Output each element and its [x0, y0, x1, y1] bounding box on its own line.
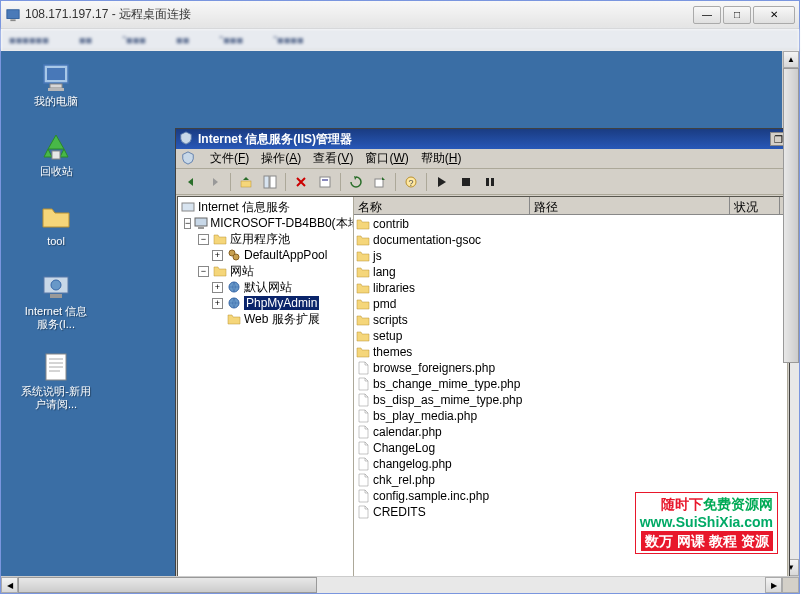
export-button[interactable]: [369, 171, 391, 193]
iis-sysmenu-icon[interactable]: [180, 151, 198, 167]
list-item[interactable]: scripts: [355, 312, 786, 328]
scroll-thumb[interactable]: [18, 577, 317, 593]
folder-icon: [355, 233, 371, 247]
tree-computer[interactable]: − MICROSOFT-DB4BB0(本地计: [180, 215, 351, 231]
svg-rect-0: [7, 9, 19, 18]
list-item[interactable]: libraries: [355, 280, 786, 296]
item-name: libraries: [373, 281, 415, 295]
desktop-icon-label: 系统说明-新用户请阅...: [21, 385, 91, 411]
show-tree-button[interactable]: [259, 171, 281, 193]
menu-v[interactable]: 查看(V): [307, 149, 359, 167]
list-item[interactable]: js: [355, 248, 786, 264]
list-item[interactable]: lang: [355, 264, 786, 280]
stop-button[interactable]: [455, 171, 477, 193]
svg-text:?: ?: [408, 178, 413, 188]
minimize-button[interactable]: —: [693, 6, 721, 24]
maximize-button[interactable]: □: [723, 6, 751, 24]
column-header[interactable]: 路径: [530, 197, 730, 214]
svg-rect-23: [462, 178, 470, 186]
desktop-icon-recycle[interactable]: 回收站: [21, 131, 91, 178]
window-controls: — □ ✕: [693, 6, 795, 24]
tree-phpmyadmin[interactable]: + PhpMyAdmin: [180, 295, 351, 311]
column-header[interactable]: 状况: [730, 197, 780, 214]
list-item[interactable]: browse_foreigners.php: [355, 360, 786, 376]
file-icon: [355, 425, 371, 439]
folder-icon: [355, 329, 371, 343]
text-icon: [40, 351, 72, 383]
desktop-icon-text[interactable]: 系统说明-新用户请阅...: [21, 351, 91, 411]
list-item[interactable]: chk_rel.php: [355, 472, 786, 488]
properties-button[interactable]: [314, 171, 336, 193]
column-header[interactable]: 名称: [354, 197, 530, 214]
svg-rect-26: [182, 203, 194, 211]
expand-icon[interactable]: +: [212, 250, 223, 261]
iis-icon: [40, 271, 72, 303]
desktop-icon-computer[interactable]: 我的电脑: [21, 61, 91, 108]
list-item[interactable]: documentation-gsoc: [355, 232, 786, 248]
folder-icon: [355, 217, 371, 231]
back-button[interactable]: [180, 171, 202, 193]
list-item[interactable]: bs_disp_as_mime_type.php: [355, 392, 786, 408]
scroll-up-button[interactable]: ▲: [783, 51, 799, 68]
folder-icon: [40, 201, 72, 233]
desktop-icon-folder[interactable]: tool: [21, 201, 91, 248]
expand-icon[interactable]: −: [198, 266, 209, 277]
svg-rect-18: [320, 177, 330, 187]
up-button[interactable]: [235, 171, 257, 193]
scroll-thumb[interactable]: [783, 68, 799, 363]
desktop-icon-iis[interactable]: Internet 信息服务(I...: [21, 271, 91, 331]
pause-button[interactable]: [479, 171, 501, 193]
list-item[interactable]: bs_play_media.php: [355, 408, 786, 424]
menu-f[interactable]: 文件(F): [204, 149, 255, 167]
globe-icon: [226, 280, 242, 294]
expand-icon[interactable]: +: [212, 298, 223, 309]
blurred-toolbar: ■■■■■■■■"■■■■■"■■■"■■■■: [1, 29, 799, 51]
tree-web-extensions[interactable]: Web 服务扩展: [180, 311, 351, 327]
tree-app-pools[interactable]: − 应用程序池: [180, 231, 351, 247]
tree-default-pool[interactable]: + DefaultAppPool: [180, 247, 351, 263]
watermark: 随时下免费资源网 www.SuiShiXia.com 数万 网课 教程 资源: [635, 492, 778, 554]
list-item[interactable]: ChangeLog: [355, 440, 786, 456]
item-name: browse_foreigners.php: [373, 361, 495, 375]
rdp-vscroll[interactable]: ▲ ▼: [782, 51, 799, 576]
menu-h[interactable]: 帮助(H): [415, 149, 468, 167]
refresh-button[interactable]: [345, 171, 367, 193]
rdp-hscroll[interactable]: ◀ ▶: [1, 576, 799, 593]
menu-w[interactable]: 窗口(W): [359, 149, 414, 167]
list-item[interactable]: themes: [355, 344, 786, 360]
expand-icon[interactable]: −: [184, 218, 191, 229]
expand-icon[interactable]: +: [212, 282, 223, 293]
list-item[interactable]: setup: [355, 328, 786, 344]
computer-icon: [194, 216, 208, 230]
delete-button[interactable]: [290, 171, 312, 193]
file-icon: [355, 489, 371, 503]
tree-default-site[interactable]: + 默认网站: [180, 279, 351, 295]
file-icon: [355, 505, 371, 519]
globe-icon: [226, 296, 242, 310]
file-icon: [355, 377, 371, 391]
desktop-icon-label: Internet 信息服务(I...: [21, 305, 91, 331]
list-item[interactable]: bs_change_mime_type.php: [355, 376, 786, 392]
help-button[interactable]: ?: [400, 171, 422, 193]
list-item[interactable]: calendar.php: [355, 424, 786, 440]
iis-tree-panel[interactable]: Internet 信息服务 − MICROSOFT-DB4BB0(本地计 − 应…: [178, 197, 354, 576]
list-item[interactable]: contrib: [355, 216, 786, 232]
iis-titlebar[interactable]: Internet 信息服务(IIS)管理器 ❐: [176, 129, 789, 149]
tree-websites[interactable]: − 网站: [180, 263, 351, 279]
list-item[interactable]: changelog.php: [355, 456, 786, 472]
svg-rect-1: [10, 19, 15, 21]
scroll-left-button[interactable]: ◀: [1, 577, 18, 593]
remote-desktop[interactable]: 我的电脑回收站toolInternet 信息服务(I...系统说明-新用户请阅.…: [1, 51, 782, 576]
svg-rect-20: [375, 179, 383, 187]
close-button[interactable]: ✕: [753, 6, 795, 24]
scroll-right-button[interactable]: ▶: [765, 577, 782, 593]
menu-a[interactable]: 操作(A): [255, 149, 307, 167]
expand-icon[interactable]: −: [198, 234, 209, 245]
start-button[interactable]: [431, 171, 453, 193]
item-name: lang: [373, 265, 396, 279]
forward-button[interactable]: [204, 171, 226, 193]
tree-root[interactable]: Internet 信息服务: [180, 199, 351, 215]
list-item[interactable]: pmd: [355, 296, 786, 312]
item-name: js: [373, 249, 382, 263]
item-name: documentation-gsoc: [373, 233, 481, 247]
